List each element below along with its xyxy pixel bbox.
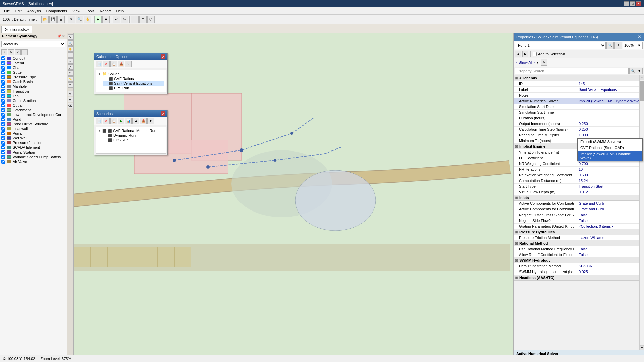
elem-check-13[interactable] <box>1 117 5 121</box>
elem-check-15[interactable] <box>1 127 5 131</box>
elem-check-17[interactable] <box>1 136 5 140</box>
scen-gvf-run[interactable]: ▼ ⬛ ⬛ GVF Rational Method Run <box>97 128 164 133</box>
menu-components[interactable]: Components <box>44 8 70 14</box>
calc-options-close[interactable]: ✕ <box>161 54 165 59</box>
canvas-area[interactable]: Calculation Options ✕ 📄 ✕ 📋 📥 ? ▼ 📁 Solv… <box>74 33 513 362</box>
scen-copy-btn[interactable]: 📋 <box>110 118 117 124</box>
print-btn[interactable]: 🖨 <box>57 16 65 23</box>
element-item-13[interactable]: Pond <box>0 117 67 122</box>
vert-pan-btn[interactable]: ✋ <box>68 46 73 52</box>
run-btn[interactable]: ▶ <box>94 16 102 23</box>
vert-add-btn[interactable]: + <box>68 52 73 58</box>
element-item-7[interactable]: Transition <box>0 89 67 94</box>
element-item-22[interactable]: Air Valve <box>0 159 67 164</box>
close-btn[interactable]: ✕ <box>636 1 641 6</box>
element-item-6[interactable]: Manhole <box>0 84 67 89</box>
props-close-btn[interactable]: ✕ <box>638 34 641 39</box>
elem-check-11[interactable] <box>1 108 5 112</box>
scen-import-btn[interactable]: 📥 <box>140 118 147 124</box>
props-help-btn[interactable]: ? <box>614 42 622 49</box>
solver-option-implicit[interactable]: Implicit (SewerGEMS Dynamic Wave) <box>578 151 642 161</box>
menu-tools[interactable]: Tools <box>83 8 97 14</box>
vert-erase-btn[interactable]: ⌫ <box>68 103 73 108</box>
element-item-12[interactable]: Low Impact Development Cor <box>0 112 67 117</box>
section-inlets[interactable]: ▣ Inlets <box>514 195 644 201</box>
zoom-in-btn[interactable]: 🔍 <box>76 16 83 23</box>
vert-mirror-btn[interactable]: ⇔ <box>68 97 73 102</box>
vert-rotate-btn[interactable]: ↺ <box>68 91 73 96</box>
scen-scroll-btn[interactable]: ▼ <box>147 118 154 124</box>
scen-results-btn[interactable]: 📊 <box>125 118 132 124</box>
sym-del-btn[interactable]: ✕ <box>15 49 21 55</box>
props-search-go-btn[interactable]: 🔍 <box>629 68 636 74</box>
element-item-0[interactable]: Conduit <box>0 56 67 61</box>
section-general[interactable]: ▣ <General> <box>514 75 644 81</box>
props-object-dropdown[interactable]: Pond 1 <box>515 42 606 49</box>
v-scroll-thumb[interactable] <box>640 81 644 101</box>
stop-btn[interactable]: ■ <box>102 16 110 23</box>
panel-close-icon[interactable]: ✕ <box>62 34 65 38</box>
undo-btn[interactable]: ↩ <box>113 16 120 23</box>
vert-poly-btn[interactable]: ⬡ <box>68 70 73 76</box>
calc-options-title[interactable]: Calculation Options ✕ <box>94 53 167 60</box>
tab-solutions[interactable]: Solutions.stsw <box>1 26 32 33</box>
scen-dynamic-run[interactable]: ⬛ Dynamic Run <box>103 133 164 138</box>
elem-check-7[interactable] <box>1 89 5 93</box>
catchment-tool[interactable]: ⬡ <box>147 16 155 23</box>
v-scroll-down-btn[interactable]: ▼ <box>640 345 644 350</box>
menu-analysis[interactable]: Analysis <box>24 8 44 14</box>
section-swmm-hydrology[interactable]: ▣ SWMM Hydrology <box>514 258 644 263</box>
props-grid-wrap[interactable]: ▣ <General> ID 145 Label Saint Venant Eq… <box>514 75 644 350</box>
sym-edit-btn[interactable]: ✎ <box>8 49 14 55</box>
calc-eps-run[interactable]: ⬛ EPS Run <box>103 86 164 90</box>
vert-select-btn[interactable]: ↖ <box>68 34 73 40</box>
calc-del-btn[interactable]: ✕ <box>103 61 110 67</box>
element-item-9[interactable]: Cross Section <box>0 98 67 103</box>
elem-check-8[interactable] <box>1 94 5 98</box>
elem-check-10[interactable] <box>1 103 5 107</box>
props-show-all[interactable]: <Show All> <box>515 60 536 64</box>
menu-edit[interactable]: Edit <box>13 8 24 14</box>
element-item-17[interactable]: Wet Well <box>0 136 67 140</box>
element-item-20[interactable]: Pump Station <box>0 150 67 155</box>
props-showall-edit-btn[interactable]: ✎ <box>541 59 547 66</box>
manhole-tool[interactable]: ⊙ <box>139 16 147 23</box>
elem-check-16[interactable] <box>1 131 5 135</box>
calc-new-btn[interactable]: 📄 <box>96 61 102 67</box>
open-btn[interactable]: 📂 <box>41 16 49 23</box>
menu-file[interactable]: File <box>1 8 13 14</box>
scen-compare-btn[interactable]: ⇄ <box>132 118 139 124</box>
vert-zoom-btn[interactable]: 🔍 <box>68 40 73 46</box>
menu-report[interactable]: Report <box>97 8 113 14</box>
conduit-tool[interactable]: ⊣ <box>131 16 139 23</box>
section-headloss[interactable]: ▣ Headloss (AASHTO) <box>514 275 644 281</box>
element-item-4[interactable]: Pressure Pipe <box>0 75 67 79</box>
props-next-btn[interactable]: ▶ <box>522 51 528 57</box>
panel-pin-icon[interactable]: 📌 <box>57 34 61 38</box>
scenarios-close[interactable]: ✕ <box>161 111 165 116</box>
scen-eps-run[interactable]: ⬛ EPS Run <box>103 138 164 142</box>
calc-saint-venant[interactable]: ⬛ Saint Venant Equations <box>103 81 164 86</box>
scenarios-title[interactable]: Scenarios ✕ <box>94 110 167 117</box>
vert-text-btn[interactable]: T <box>68 82 73 88</box>
props-showall-dropdown[interactable]: ▼ <box>536 61 539 64</box>
maximize-btn[interactable]: □ <box>630 1 635 6</box>
props-search-input[interactable] <box>515 68 629 74</box>
element-item-1[interactable]: Lateral <box>0 61 67 65</box>
calc-help-btn[interactable]: ? <box>125 61 132 67</box>
scen-run-btn[interactable]: ▶ <box>118 118 124 124</box>
elem-check-14[interactable] <box>1 122 5 126</box>
elem-check-18[interactable] <box>1 141 5 145</box>
minimize-btn[interactable]: ─ <box>624 1 629 6</box>
element-item-3[interactable]: Gutter <box>0 70 67 75</box>
elem-check-20[interactable] <box>1 150 5 154</box>
section-rational-method[interactable]: ▣ Rational Method <box>514 241 644 246</box>
element-item-10[interactable]: Outfall <box>0 103 67 108</box>
select-btn[interactable]: ↖ <box>68 16 75 23</box>
pan-btn[interactable]: ✋ <box>84 16 91 23</box>
vert-node-btn[interactable]: ○ <box>68 58 73 64</box>
calc-import-btn[interactable]: 📥 <box>118 61 124 67</box>
element-item-18[interactable]: Pressure Junction <box>0 140 67 145</box>
element-item-15[interactable]: Headwall <box>0 126 67 131</box>
calc-gvf-rational[interactable]: ⬛ GVF Rational <box>103 76 164 81</box>
